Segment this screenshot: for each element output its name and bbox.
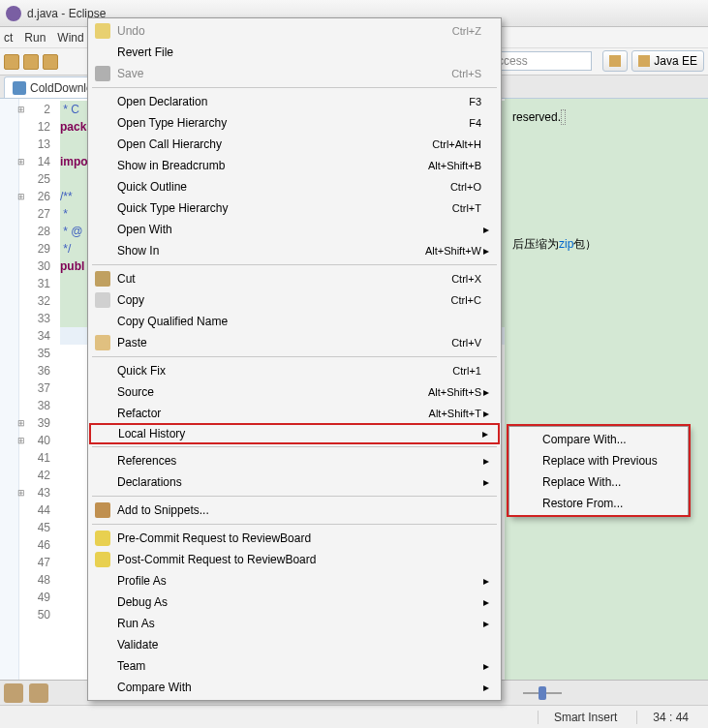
line-number[interactable]: 28	[19, 223, 50, 240]
menu-item-debug-as[interactable]: Debug As▸	[90, 592, 499, 613]
menu-item-label: Revert File	[113, 46, 481, 59]
line-number[interactable]: 14	[19, 153, 50, 170]
menu-item-compare-with[interactable]: Compare With▸	[90, 677, 499, 698]
menu-separator	[92, 496, 497, 497]
menu-item-open-call-hierarchy[interactable]: Open Call HierarchyCtrl+Alt+H	[90, 134, 499, 155]
menu-item-open-with[interactable]: Open With▸	[90, 219, 499, 240]
submenu-item-compare-with[interactable]: Compare With...	[511, 429, 686, 450]
line-number[interactable]: 33	[19, 310, 50, 327]
submenu-arrow-icon: ▸	[481, 223, 491, 236]
mi-cut-icon	[95, 271, 110, 287]
menu-item-open-type-hierarchy[interactable]: Open Type HierarchyF4	[90, 112, 499, 134]
menu-item-quick-outline[interactable]: Quick OutlineCtrl+O	[90, 176, 499, 197]
menu-item-label: Validate	[113, 638, 481, 652]
menu-separator	[92, 87, 497, 88]
line-number[interactable]: 36	[19, 362, 50, 379]
submenu-item-label: Replace With...	[539, 475, 678, 489]
menu-item-references[interactable]: References▸	[90, 450, 499, 471]
menu-item-label: Show In	[113, 244, 406, 258]
marker-gutter	[0, 99, 19, 705]
menu-item-label: Copy Qualified Name	[113, 315, 481, 328]
menu-item-paste[interactable]: PasteCtrl+V	[90, 332, 499, 353]
menu-item-label: Show in Breadcrumb	[113, 159, 409, 172]
line-number[interactable]: 27	[19, 205, 50, 223]
toolbar-icon[interactable]	[4, 54, 19, 70]
line-number[interactable]: 26	[19, 188, 50, 205]
line-number[interactable]: 30	[19, 258, 50, 275]
menu-item-profile-as[interactable]: Profile As▸	[90, 570, 499, 592]
whitespace-marker	[561, 109, 566, 125]
menu-project[interactable]: ct	[4, 31, 13, 45]
menu-item-copy-qualified-name[interactable]: Copy Qualified Name	[90, 311, 499, 332]
line-number[interactable]: 46	[19, 536, 50, 554]
menu-item-open-declaration[interactable]: Open DeclarationF3	[90, 91, 499, 112]
menu-item-label: Compare With	[113, 681, 481, 694]
line-number[interactable]: 43	[19, 484, 50, 501]
view-icon[interactable]	[4, 683, 23, 703]
menu-run[interactable]: Run	[24, 31, 46, 45]
line-number[interactable]: 37	[19, 379, 50, 397]
line-number[interactable]: 42	[19, 467, 50, 484]
menu-item-post-commit-request-to-reviewboard[interactable]: Post-Commit Request to ReviewBoard	[90, 549, 499, 570]
submenu-arrow-icon: ▸	[481, 385, 491, 399]
line-number[interactable]: 29	[19, 240, 50, 258]
submenu-item-replace-with-previous[interactable]: Replace with Previous	[511, 450, 686, 471]
menu-item-declarations[interactable]: Declarations▸	[90, 471, 499, 493]
submenu-item-replace-with[interactable]: Replace With...	[511, 471, 686, 493]
line-number[interactable]: 47	[19, 554, 50, 571]
menu-shortcut: Ctrl+X	[451, 273, 481, 285]
menu-item-show-in-breadcrumb[interactable]: Show in BreadcrumbAlt+Shift+B	[90, 155, 499, 176]
menu-item-team[interactable]: Team▸	[90, 655, 499, 677]
submenu-arrow-icon: ▸	[481, 244, 491, 258]
menu-item-quick-type-hierarchy[interactable]: Quick Type HierarchyCtrl+T	[90, 197, 499, 219]
menu-item-revert-file[interactable]: Revert File	[90, 42, 499, 63]
menu-item-label: References	[113, 454, 481, 468]
view-icon[interactable]	[29, 683, 48, 703]
statusbar: Smart Insert 34 : 44	[0, 705, 708, 728]
menu-separator	[92, 356, 497, 357]
menu-item-pre-commit-request-to-reviewboard[interactable]: Pre-Commit Request to ReviewBoard	[90, 528, 499, 549]
menu-item-add-to-snippets[interactable]: Add to Snippets...	[90, 500, 499, 521]
line-number[interactable]: 13	[19, 136, 50, 153]
line-number[interactable]: 40	[19, 432, 50, 449]
menu-item-local-history[interactable]: Local History▸	[89, 423, 500, 444]
mi-paste-icon	[95, 335, 110, 350]
line-number[interactable]: 38	[19, 397, 50, 414]
menu-item-quick-fix[interactable]: Quick FixCtrl+1	[90, 360, 499, 381]
toolbar-icon[interactable]	[43, 54, 58, 70]
line-number[interactable]: 25	[19, 170, 50, 188]
open-perspective-button[interactable]	[602, 50, 628, 72]
menu-window[interactable]: Wind	[57, 31, 83, 45]
line-number[interactable]: 39	[19, 414, 50, 432]
line-number[interactable]: 41	[19, 449, 50, 467]
line-number[interactable]: 48	[19, 571, 50, 589]
menu-item-validate[interactable]: Validate	[90, 634, 499, 655]
submenu-arrow-icon: ▸	[481, 681, 491, 694]
slider-control[interactable]	[523, 686, 562, 700]
menu-item-copy[interactable]: CopyCtrl+C	[90, 289, 499, 311]
menu-item-source[interactable]: SourceAlt+Shift+S▸	[90, 381, 499, 403]
line-number-ruler[interactable]: 2121314252627282930313233343536373839404…	[19, 99, 56, 705]
line-number[interactable]: 44	[19, 501, 50, 519]
menu-item-cut[interactable]: CutCtrl+X	[90, 268, 499, 289]
line-number[interactable]: 50	[19, 606, 50, 623]
java-ee-perspective-button[interactable]: Java EE	[631, 50, 704, 72]
line-number[interactable]: 32	[19, 292, 50, 310]
toolbar-icon[interactable]	[23, 54, 39, 70]
menu-item-show-in[interactable]: Show InAlt+Shift+W▸	[90, 240, 499, 261]
line-number[interactable]: 35	[19, 345, 50, 362]
menu-item-label: Quick Outline	[113, 180, 431, 194]
menu-separator	[92, 446, 497, 447]
menu-separator	[92, 524, 497, 525]
menu-item-run-as[interactable]: Run As▸	[90, 613, 499, 634]
line-number[interactable]: 34	[19, 327, 50, 345]
line-number[interactable]: 2	[19, 101, 50, 118]
menu-shortcut: Ctrl+Alt+H	[432, 138, 481, 150]
line-number[interactable]: 45	[19, 519, 50, 536]
line-number[interactable]: 31	[19, 275, 50, 292]
line-number[interactable]: 12	[19, 118, 50, 136]
menu-item-label: Open With	[113, 223, 481, 236]
submenu-item-restore-from[interactable]: Restore From...	[511, 493, 686, 514]
menu-item-refactor[interactable]: RefactorAlt+Shift+T▸	[90, 403, 499, 424]
line-number[interactable]: 49	[19, 589, 50, 606]
